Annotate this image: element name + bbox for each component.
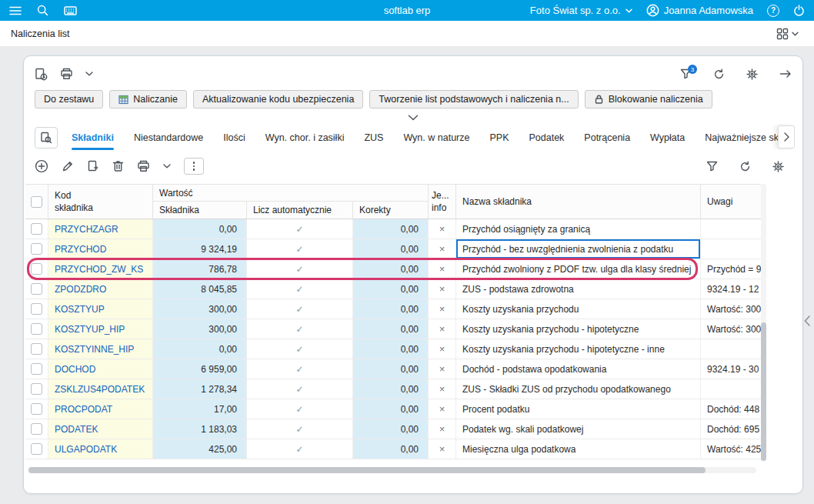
column-header-korekty[interactable]: Korekty (353, 202, 429, 219)
cell-korekty[interactable]: 0,00 (353, 419, 429, 439)
more-actions-button[interactable] (184, 158, 204, 175)
table-row[interactable]: PROCPODAT 17,00 ✓ 0,00 × Procent podatku… (25, 399, 761, 419)
cell-skladnika[interactable]: 6 959,00 (153, 359, 247, 379)
cell-korekty[interactable]: 0,00 (353, 339, 429, 359)
column-header-jest-info[interactable]: Je... info (429, 185, 456, 219)
table-row[interactable]: PRZYCHZAGR 0,00 ✓ 0,00 × Przychód osiągn… (25, 219, 761, 239)
row-checkbox[interactable] (31, 263, 42, 275)
tab-item[interactable]: Niestandardowe (134, 132, 203, 150)
cell-jest-info[interactable]: × (429, 259, 456, 279)
cell-jest-info[interactable]: × (429, 399, 456, 419)
cell-uwagi[interactable] (701, 219, 761, 239)
cell-uwagi[interactable]: Dochód: 695 (701, 419, 761, 439)
table-row[interactable]: PRZYCHOD_ZW_KS 786,78 ✓ 0,00 × Przychód … (25, 259, 761, 279)
print-options-button[interactable] (85, 72, 93, 76)
user-menu[interactable]: Joanna Adamowska (646, 4, 753, 17)
cell-licz-automatycznie[interactable]: ✓ (247, 319, 353, 339)
row-checkbox[interactable] (31, 223, 42, 235)
horizontal-scrollbar[interactable] (28, 467, 756, 473)
column-header-kod[interactable]: Kod składnika (48, 185, 153, 219)
grid-settings-button[interactable] (772, 161, 784, 172)
column-header-licz-automatycznie[interactable]: Licz automatycznie (247, 202, 353, 219)
tab-item[interactable]: Wyn. chor. i zasiłki (265, 132, 345, 150)
cell-skladnika[interactable]: 9 324,19 (153, 239, 247, 259)
cell-kod[interactable]: PRZYCHOD_ZW_KS (48, 259, 153, 279)
cell-jest-info[interactable]: × (429, 339, 456, 359)
tab-item[interactable]: Podatek (529, 132, 564, 150)
cell-licz-automatycznie[interactable]: ✓ (247, 279, 353, 299)
tab-item[interactable]: Składniki (72, 132, 114, 150)
row-checkbox[interactable] (31, 303, 42, 315)
cell-kod[interactable]: KOSZTYUP (48, 299, 153, 319)
grid-filter-button[interactable] (706, 161, 718, 172)
select-all-checkbox[interactable] (31, 196, 42, 208)
tab-item[interactable]: PPK (489, 132, 509, 150)
cell-korekty[interactable]: 0,00 (353, 399, 429, 419)
cell-licz-automatycznie[interactable]: ✓ (247, 299, 353, 319)
vertical-scrollbar-thumb[interactable] (761, 322, 766, 461)
side-panel-collapse-button[interactable] (802, 314, 812, 328)
cell-kod[interactable]: DOCHOD (48, 359, 153, 379)
cell-uwagi[interactable]: Dochód: 448 (701, 399, 761, 419)
row-checkbox[interactable] (31, 343, 42, 355)
table-row[interactable]: KOSZTYUP_HIP 300,00 ✓ 0,00 × Koszty uzys… (25, 319, 761, 339)
vertical-scrollbar[interactable] (761, 184, 766, 461)
document-history-button[interactable] (35, 68, 48, 81)
cell-korekty[interactable]: 0,00 (353, 219, 429, 239)
cell-skladnika[interactable]: 8 045,85 (153, 279, 247, 299)
cell-jest-info[interactable]: × (429, 319, 456, 339)
cell-skladnika[interactable]: 425,00 (153, 439, 247, 459)
print-grid-options-button[interactable] (163, 164, 171, 169)
cell-jest-info[interactable]: × (429, 299, 456, 319)
cell-uwagi[interactable]: 9324.19 - 30 (701, 359, 761, 379)
table-row[interactable]: DOCHOD 6 959,00 ✓ 0,00 × Dochód - podsta… (25, 359, 761, 379)
cell-nazwa[interactable]: Koszty uzyskania przychodu (456, 299, 701, 319)
hamburger-menu-button[interactable] (9, 6, 22, 15)
cell-nazwa[interactable]: ZUS - Składki ZUS od przychodu opodatkow… (456, 379, 701, 399)
table-row[interactable]: ZPODZDRO 8 045,85 ✓ 0,00 × ZUS - podstaw… (25, 279, 761, 299)
cell-jest-info[interactable]: × (429, 279, 456, 299)
cell-jest-info[interactable]: × (429, 439, 456, 459)
column-header-skladnika[interactable]: Składnika (153, 202, 247, 219)
table-row[interactable]: KOSZTYUP 300,00 ✓ 0,00 × Koszty uzyskani… (25, 299, 761, 319)
row-checkbox[interactable] (31, 383, 42, 395)
do-zestawu-button[interactable]: Do zestawu (35, 90, 103, 108)
cell-licz-automatycznie[interactable]: ✓ (247, 379, 353, 399)
cell-skladnika[interactable]: 300,00 (153, 319, 247, 339)
cell-skladnika[interactable]: 300,00 (153, 299, 247, 319)
view-switcher-button[interactable] (772, 27, 803, 41)
cell-kod[interactable]: PODATEK (48, 419, 153, 439)
cell-kod[interactable]: ZPODZDRO (48, 279, 153, 299)
cell-nazwa[interactable]: Koszty uzyskania przychodu - hipotetyczn… (456, 319, 701, 339)
column-header-nazwa[interactable]: Nazwa składnika (456, 185, 701, 219)
table-row[interactable]: PRZYCHOD 9 324,19 ✓ 0,00 × Przychód - be… (25, 239, 761, 259)
cell-uwagi[interactable]: Przychód = 9 (701, 259, 761, 279)
edit-row-button[interactable] (62, 160, 74, 172)
cell-licz-automatycznie[interactable]: ✓ (247, 419, 353, 439)
cell-jest-info[interactable]: × (429, 419, 456, 439)
tab-item[interactable]: Ilości (223, 132, 245, 150)
cell-licz-automatycznie[interactable]: ✓ (247, 359, 353, 379)
cell-nazwa[interactable]: Koszty uzyskania przychodu - hipotetyczn… (456, 339, 701, 359)
row-checkbox[interactable] (31, 423, 42, 435)
cell-korekty[interactable]: 0,00 (353, 279, 429, 299)
cell-kod[interactable]: PRZYCHOD (48, 239, 153, 259)
keyboard-button[interactable] (64, 6, 77, 15)
table-row[interactable]: KOSZTYINNE_HIP 0,00 ✓ 0,00 × Koszty uzys… (25, 339, 761, 359)
cell-nazwa[interactable]: Miesięczna ulga podatkowa (456, 439, 701, 459)
tab-scroll-right-button[interactable] (778, 125, 795, 149)
cell-nazwa[interactable]: Przychód - bez uwzględnienia zwolnienia … (456, 239, 701, 259)
collapse-toolbar-button[interactable] (406, 113, 420, 122)
cell-uwagi[interactable]: Wartość: 300 (701, 299, 761, 319)
cell-skladnika[interactable]: 0,00 (153, 219, 247, 239)
cell-kod[interactable]: KOSZTYUP_HIP (48, 319, 153, 339)
add-row-button[interactable] (35, 159, 48, 173)
cell-korekty[interactable]: 0,00 (353, 299, 429, 319)
table-row[interactable]: ULGAPODATK 425,00 ✓ 0,00 × Miesięczna ul… (25, 439, 761, 459)
group-header-wartosc[interactable]: Wartość (153, 185, 429, 202)
cell-jest-info[interactable]: × (429, 219, 456, 239)
cell-nazwa[interactable]: Dochód - podstawa opodatkowania (456, 359, 701, 379)
cell-uwagi[interactable]: Wartość: 300 (701, 319, 761, 339)
aktualizowanie-kodu-button[interactable]: Aktualizowanie kodu ubezpieczenia (193, 90, 363, 108)
cell-uwagi[interactable]: 9324.19 - 12 (701, 279, 761, 299)
